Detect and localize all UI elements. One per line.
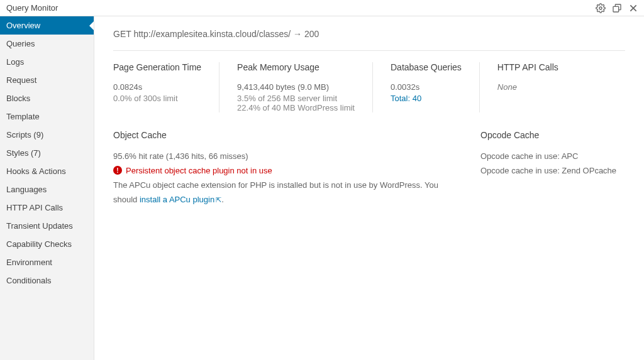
header-actions [595, 3, 639, 14]
install-apcu-link[interactable]: install a APCu plugin⇱ [140, 195, 221, 204]
sidebar-item-blocks[interactable]: Blocks [0, 89, 94, 107]
content-overview: GET http://examplesitea.kinsta.cloud/cla… [94, 16, 644, 360]
opcode-cache-title: Opcode Cache [480, 130, 625, 140]
stat-memory: Peak Memory Usage 9,413,440 bytes (9.0 M… [237, 62, 373, 112]
request-status: 200 [304, 29, 319, 39]
stat-title: Peak Memory Usage [237, 62, 355, 72]
stat-page-generation: Page Generation Time 0.0824s 0.0% of 300… [113, 62, 219, 112]
stat-db: Database Queries 0.0032s Total: 40 [391, 62, 480, 112]
sidebar-item-scripts[interactable]: Scripts (9) [0, 126, 94, 144]
sidebar-item-styles[interactable]: Styles (7) [0, 144, 94, 162]
opcode-line-2: Opcode cache in use: Zend OPcache [480, 163, 625, 178]
sidebar-item-overview[interactable]: Overview [0, 16, 94, 35]
cache-row: Object Cache 95.6% hit rate (1,436 hits,… [113, 124, 625, 207]
gear-icon[interactable] [595, 3, 606, 14]
request-method: GET [113, 29, 131, 39]
stat-value: None [497, 81, 558, 94]
request-line: GET http://examplesitea.kinsta.cloud/cla… [113, 29, 625, 50]
request-url: http://examplesitea.kinsta.cloud/classes… [133, 29, 291, 39]
sidebar-item-template[interactable]: Template [0, 107, 94, 126]
sidebar-item-http[interactable]: HTTP API Calls [0, 199, 94, 217]
stat-value: 0.0824s [113, 81, 201, 94]
sidebar-item-request[interactable]: Request [0, 71, 94, 89]
panel-title: Query Monitor [6, 3, 58, 13]
stat-value: 0.0032s [391, 81, 462, 94]
sidebar-item-conditionals[interactable]: Conditionals [0, 271, 94, 290]
apc-text: The APCu object cache extension for PHP … [113, 178, 462, 207]
stat-http: HTTP API Calls None [497, 62, 576, 112]
stat-title: Database Queries [391, 62, 462, 72]
panel-header: Query Monitor [0, 0, 644, 16]
sidebar-item-transient[interactable]: Transient Updates [0, 217, 94, 235]
cache-warning: ! Persistent object cache plugin not in … [113, 166, 462, 175]
stat-limit: 0.0% of 300s limit [113, 94, 201, 103]
sidebar-item-logs[interactable]: Logs [0, 53, 94, 71]
opcode-line-1: Opcode cache in use: APC [480, 149, 625, 163]
hit-rate: 95.6% hit rate (1,436 hits, 66 misses) [113, 149, 462, 163]
sidebar-item-languages[interactable]: Languages [0, 180, 94, 199]
warning-text: Persistent object cache plugin not in us… [126, 166, 272, 175]
stat-wp-limit: 22.4% of 40 MB WordPress limit [237, 103, 355, 112]
svg-point-0 [599, 7, 602, 9]
sidebar-item-capability[interactable]: Capability Checks [0, 235, 94, 253]
stat-title: HTTP API Calls [497, 62, 558, 72]
stat-value: 9,413,440 bytes (9.0 MB) [237, 81, 355, 94]
svg-rect-1 [613, 6, 619, 12]
sidebar-item-hooks[interactable]: Hooks & Actions [0, 162, 94, 180]
stat-title: Page Generation Time [113, 62, 201, 72]
sidebar: Overview Queries Logs Request Blocks Tem… [0, 16, 94, 360]
popout-icon[interactable] [611, 3, 623, 14]
warning-icon: ! [113, 166, 122, 175]
request-arrow: → [293, 29, 302, 39]
object-cache-title: Object Cache [113, 130, 462, 140]
query-monitor-panel: Query Monitor Overview Queries Logs Requ… [0, 0, 644, 360]
sidebar-item-queries[interactable]: Queries [0, 35, 94, 53]
db-total-link[interactable]: Total: 40 [391, 94, 421, 103]
close-icon[interactable] [628, 3, 639, 14]
sidebar-item-environment[interactable]: Environment [0, 253, 94, 271]
external-link-icon: ⇱ [216, 194, 221, 207]
opcode-cache-section: Opcode Cache Opcode cache in use: APC Op… [480, 130, 625, 207]
object-cache-section: Object Cache 95.6% hit rate (1,436 hits,… [113, 130, 480, 207]
stats-row: Page Generation Time 0.0824s 0.0% of 300… [113, 50, 625, 124]
panel-body: Overview Queries Logs Request Blocks Tem… [0, 16, 644, 360]
stat-server-limit: 3.5% of 256 MB server limit [237, 94, 355, 103]
